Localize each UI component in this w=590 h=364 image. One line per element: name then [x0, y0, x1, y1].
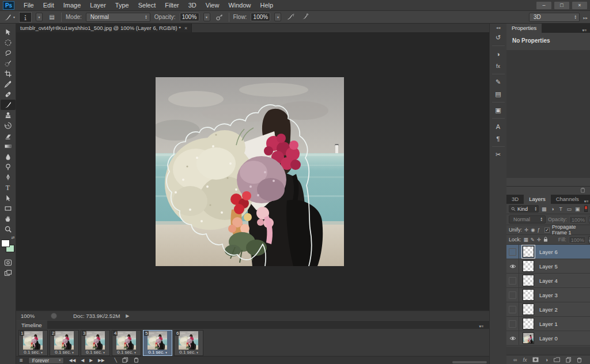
layer-row-layer0[interactable]: Layer 0: [506, 331, 590, 346]
lock-image-pixels-icon[interactable]: ✎: [531, 237, 535, 242]
paragraph-panel-icon[interactable]: ¶: [491, 132, 505, 145]
timeline-frame-6[interactable]: 6 0.1 sec.▾: [174, 330, 203, 356]
visibility-toggle[interactable]: [506, 302, 519, 317]
lock-transparent-pixels-icon[interactable]: ▦: [524, 237, 528, 242]
menu-layer[interactable]: Layer: [85, 0, 111, 11]
history-brush-tool[interactable]: [1, 120, 16, 131]
timeline-scrollbar[interactable]: [452, 361, 487, 363]
frame-delay[interactable]: 0.1 sec.▾: [50, 349, 78, 355]
document-image[interactable]: [156, 77, 344, 266]
menu-help[interactable]: Help: [256, 0, 278, 11]
elliptical-marquee-tool[interactable]: [1, 37, 16, 48]
toggle-brush-panel-icon[interactable]: ▤: [47, 12, 57, 22]
menu-3d[interactable]: 3D: [184, 0, 201, 11]
color-panel-icon[interactable]: ◑: [491, 48, 505, 60]
panel-menu-icon[interactable]: ▾≡: [582, 28, 587, 33]
crop-tool[interactable]: [1, 69, 16, 79]
brush-size-dropdown[interactable]: ▾: [36, 13, 43, 21]
quick-selection-tool[interactable]: [1, 58, 16, 69]
tab-layers[interactable]: Layers: [524, 195, 551, 204]
brush-size-indicator[interactable]: • 1: [19, 12, 32, 22]
filter-pixel-layers-icon[interactable]: ▩: [541, 206, 547, 212]
layer-row-layer2[interactable]: Layer 2: [506, 302, 590, 317]
brush-tool[interactable]: [1, 100, 16, 110]
opacity-dropdown[interactable]: ▾: [203, 13, 210, 21]
filter-smart-objects-icon[interactable]: ▣: [574, 206, 581, 212]
layer-thumbnail[interactable]: [523, 275, 534, 286]
tab-3d[interactable]: 3D: [506, 195, 524, 204]
layer-row-layer3[interactable]: Layer 3: [506, 288, 590, 302]
layer-row-layer6[interactable]: Layer 6: [506, 245, 590, 259]
foreground-color-swatch[interactable]: [1, 240, 10, 247]
layer-thumbnail[interactable]: [523, 318, 534, 329]
unify-style-icon[interactable]: ƒ: [538, 227, 540, 233]
layer-comps-panel-icon[interactable]: ▣: [491, 104, 505, 116]
screen-mode-button[interactable]: [1, 268, 16, 278]
layer-thumbnail[interactable]: [523, 304, 534, 315]
tab-close-icon[interactable]: ×: [184, 25, 187, 31]
layer-thumbnail[interactable]: [523, 289, 534, 301]
tablet-opacity-pressure-icon[interactable]: [214, 12, 225, 22]
layer-row-layer1[interactable]: Layer 1: [506, 317, 590, 331]
menu-filter[interactable]: Filter: [160, 0, 183, 11]
delete-frame-icon[interactable]: [134, 357, 139, 364]
visibility-toggle[interactable]: [506, 259, 519, 274]
history-panel-icon[interactable]: ↺: [491, 32, 505, 44]
panel-menu-icon[interactable]: ▾≡: [584, 199, 589, 204]
menu-type[interactable]: Type: [111, 0, 134, 11]
propagate-frame-checkbox[interactable]: ✓: [544, 227, 550, 233]
filter-adjustment-layers-icon[interactable]: ◑: [550, 206, 556, 212]
visibility-toggle[interactable]: [506, 274, 519, 288]
loop-count-dropdown[interactable]: Forever ▼: [28, 357, 64, 364]
layer-row-layer5[interactable]: Layer 5: [506, 259, 590, 274]
clone-stamp-tool[interactable]: [1, 110, 16, 120]
next-frame-button[interactable]: ▶▶: [98, 358, 105, 363]
first-frame-button[interactable]: ◀◀: [69, 358, 76, 363]
spot-healing-brush-tool[interactable]: [1, 89, 16, 100]
tab-properties[interactable]: Properties: [506, 24, 542, 33]
status-options-arrow-icon[interactable]: ▶: [126, 313, 129, 318]
filter-toggle-switch[interactable]: [584, 206, 588, 212]
layer-style-icon[interactable]: fx: [523, 357, 527, 363]
filter-type-dropdown[interactable]: Kind ▲▼: [509, 205, 539, 213]
frame-delay[interactable]: 0.1 sec.▾: [143, 349, 172, 355]
lasso-tool[interactable]: [1, 48, 16, 58]
fill-value[interactable]: 100%: [569, 236, 586, 244]
brush-panel-icon[interactable]: ✎: [491, 76, 505, 88]
link-layers-icon[interactable]: ∞: [513, 357, 517, 363]
menu-select[interactable]: Select: [134, 0, 161, 11]
type-tool[interactable]: T: [1, 183, 16, 193]
eyedropper-tool[interactable]: [1, 79, 16, 89]
pen-tool[interactable]: [1, 172, 16, 183]
maximize-button[interactable]: □: [554, 2, 569, 9]
menu-image[interactable]: Image: [59, 0, 86, 11]
document-tab[interactable]: tumblr_ovt4fyHlKu1wyshhio1_500.jpg @ 100…: [16, 24, 192, 32]
character-panel-icon[interactable]: A: [491, 120, 505, 132]
layer-opacity-value[interactable]: 100%: [569, 216, 587, 223]
blend-mode-dropdown[interactable]: Normal ▲▼: [86, 13, 150, 22]
eraser-tool[interactable]: [1, 131, 16, 141]
delete-icon[interactable]: [580, 187, 585, 194]
opacity-value-field[interactable]: 100%: [180, 13, 199, 21]
duplicate-frame-icon[interactable]: [122, 357, 128, 364]
visibility-toggle[interactable]: [506, 245, 519, 259]
menu-view[interactable]: View: [201, 0, 224, 11]
previous-frame-button[interactable]: ◀: [81, 358, 84, 363]
visibility-toggle[interactable]: [506, 288, 519, 302]
quick-mask-mode-button[interactable]: [1, 257, 16, 268]
menu-edit[interactable]: Edit: [39, 0, 59, 11]
frame-delay[interactable]: 0.1 sec.▾: [175, 349, 203, 355]
minimize-button[interactable]: –: [536, 2, 551, 9]
tab-channels[interactable]: Channels: [551, 195, 584, 204]
dodge-tool[interactable]: [1, 162, 16, 172]
timeline-frame-1[interactable]: 1 0.1 sec.▾: [18, 330, 48, 356]
rectangle-tool[interactable]: [1, 203, 16, 214]
zoom-level-field[interactable]: 100%: [21, 313, 40, 319]
close-button[interactable]: ×: [572, 2, 587, 9]
timeline-frame-4[interactable]: 4 0.1 sec.▾: [112, 330, 141, 356]
frame-delay[interactable]: 0.1 sec.▾: [81, 349, 109, 355]
styles-panel-icon[interactable]: fx: [491, 60, 505, 72]
move-tool[interactable]: [1, 27, 16, 37]
menu-file[interactable]: File: [19, 0, 39, 11]
layer-thumbnail[interactable]: [523, 260, 534, 272]
